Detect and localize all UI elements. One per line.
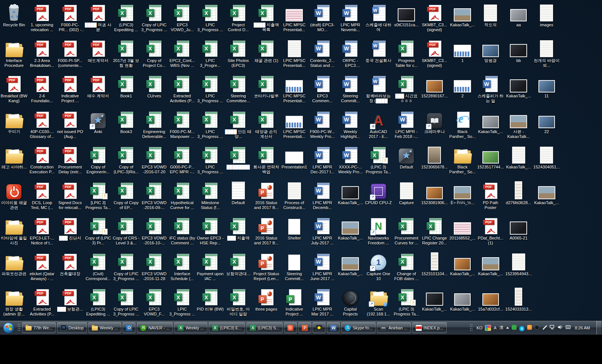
desktop-icon[interactable]: s0tCI151ca... (392, 2, 421, 37)
desktop-icon[interactable]: P2016 Status and 2017 B... (252, 179, 281, 215)
desktop-icon[interactable]: X████ 만든 태양... (224, 108, 252, 144)
desktop-icon[interactable]: PDF███ 진단서 (56, 215, 84, 250)
desktop-icon[interactable]: 1523517744... (477, 144, 505, 179)
desktop-icon[interactable]: 1523954943... (505, 250, 533, 286)
desktop-icon[interactable]: X채굴 관련 (1) (252, 37, 281, 73)
desktop-icon[interactable]: KakaoTalk_... (505, 73, 533, 108)
taskbar-button[interactable]: Weekly ... (88, 322, 121, 333)
desktop-icon[interactable]: WLPIC MPR Mar 2017 ... (309, 286, 337, 322)
desktop-icon[interactable]: WLPIC MPR June-2017 ... (309, 250, 337, 286)
desktop-icon[interactable]: XCopy of (LPIC-3)Ris... (112, 144, 140, 179)
tray-pen-input[interactable] (542, 325, 547, 331)
desktop-icon[interactable]: PDFPD Path Poster (477, 179, 505, 215)
desktop-icon[interactable]: Process of Constructi... (280, 179, 309, 215)
desktop-icon[interactable]: XG000-PC-P... EPC MPR -... (168, 144, 196, 179)
desktop-icon[interactable]: X코타키나발루 (252, 73, 281, 108)
desktop-icon[interactable]: 1 (448, 37, 477, 73)
desktop-icon[interactable]: X(LPIC3) Expediting ... (112, 2, 140, 37)
desktop-icon[interactable]: 꾸미기 (0, 108, 28, 144)
desktop-icon[interactable]: Capital Projects (336, 286, 365, 322)
desktop-icon[interactable]: PDFConstruction Execution P... (28, 144, 56, 179)
desktop-icon[interactable]: PDF1. upcoming relocation ... (28, 2, 56, 37)
desktop-icon[interactable]: X보험약관대... (224, 250, 252, 286)
desktop-icon[interactable]: KakaoTalk_... (533, 179, 561, 215)
desktop-icon[interactable]: XHypothetical Cureve for ... (168, 179, 196, 215)
desktop-icon[interactable]: 사본 -KakaoTalk... (505, 108, 533, 144)
desktop-icon[interactable]: XCopy of Project Co... (140, 37, 169, 73)
desktop-icon[interactable]: XLPIC Change Register 20... (421, 215, 449, 250)
desktop-icon[interactable]: X!Copy of (LPIC 3) Pr... (84, 215, 112, 250)
desktop-icon[interactable]: XEPC3 VOWD -2016-09-... (140, 179, 169, 215)
desktop[interactable]: Recycle BinPDF1. upcoming relocation ...… (0, 0, 602, 320)
desktop-icon[interactable]: XProcurement Curves for ... (392, 215, 421, 250)
desktop-icon[interactable]: KakaoTalk_... (477, 108, 505, 144)
desktop-icon[interactable]: XEPC3 VOWD_Ju... (168, 2, 196, 37)
desktop-icon[interactable]: LPIC MPSC Presentati... (280, 108, 309, 144)
desktop-icon[interactable]: XSteering Committee... (224, 73, 252, 108)
ime-icon[interactable] (485, 325, 491, 331)
desktop-icon[interactable]: WWeekly Highlight... (336, 108, 365, 144)
taskbar-button[interactable]: Anirban ... (377, 322, 410, 333)
desktop-icon[interactable]: 1524033313... (505, 286, 533, 322)
desktop-icon[interactable]: W스케줄에 대하여 (365, 2, 393, 37)
desktop-icon[interactable]: XCopy of LPIC 3_Progress ... (112, 250, 140, 286)
desktop-icon[interactable]: A↗AutoCAD 2017 - E... (365, 108, 393, 144)
taskbar-button[interactable]: P (298, 322, 311, 333)
desktop-icon[interactable]: PDFF000-PI-SP... (commente... (56, 37, 84, 73)
desktop-icon[interactable]: PDFDCS, Loop Test, MC (... (28, 179, 56, 215)
desktop-icon[interactable]: WLPIC MPR Decemb... (309, 179, 337, 215)
desktop-icon[interactable]: 15a7d032cf... (477, 286, 505, 322)
desktop-icon[interactable]: XCopy of Copy of EP... (112, 179, 140, 215)
desktop-icon[interactable]: WSteering Committ... (336, 73, 365, 108)
desktop-icon[interactable]: XPayment upon IAC ... (196, 250, 225, 286)
taskbar-button[interactable]: NNAVER - ... (137, 322, 173, 333)
desktop-icon[interactable]: PDFProcurement Delay (extr... (56, 144, 84, 179)
desktop-icon[interactable]: 1↗Capture One 10 (365, 250, 393, 286)
taskbar-button[interactable]: SSkype fo... (341, 322, 375, 333)
desktop-icon[interactable]: X!(LPIC 3) Progress Ta... (392, 286, 421, 322)
desktop-icon[interactable]: X비밀번호, 아이디 일람 (224, 286, 252, 322)
desktop-icon[interactable]: Black Panther_ So... (448, 144, 477, 179)
taskbar-button[interactable]: XWeekly ... (174, 322, 207, 333)
desktop-icon[interactable]: Recycle Bin (0, 2, 28, 37)
language-indicator[interactable]: KO (476, 326, 482, 330)
desktop-icon[interactable]: 레고 사야하... (0, 144, 28, 179)
desktop-icon[interactable]: 현장 생활 (admin 문... (0, 286, 28, 322)
desktop-icon[interactable]: È÷·Î¼¼_½... (448, 179, 477, 215)
desktop-icon[interactable]: 천개의 바람이되... (533, 37, 561, 73)
desktop-icon[interactable]: WLPIC MPR - Feb 2018 -... (392, 108, 421, 144)
desktop-icon[interactable]: XEPC3 VOWD -2016-11-28 (140, 250, 169, 286)
desktop-icon[interactable]: 2 (448, 73, 477, 108)
desktop-icon[interactable]: WLPIC MPR Dec-2017 I... (309, 144, 337, 179)
desktop-icon[interactable]: PDF매도계약서 (84, 37, 112, 73)
desktop-icon[interactable]: LPIC MPSC Presentati... (280, 37, 309, 73)
desktop-icon[interactable]: KakaoTalk_... (448, 2, 477, 37)
desktop-icon[interactable]: 22 (533, 108, 561, 144)
desktop-icon[interactable]: X![LPIC 3] Progress Ta... (84, 179, 112, 215)
desktop-icon[interactable]: W함께바라보는 창 (████ (365, 73, 393, 108)
ime-latin-toggle[interactable]: A (494, 326, 496, 330)
desktop-icon[interactable]: XLPIC 3_Progress ... (196, 73, 225, 108)
desktop-icon[interactable]: PIndicative Project ... (280, 286, 309, 322)
desktop-icon[interactable]: X███ 지출액 (224, 215, 252, 250)
desktop-icon[interactable]: WXXXX-PC-... Weekly Pro... (336, 144, 365, 179)
desktop-icon[interactable]: XLPIC 3_Progre... (196, 37, 225, 73)
desktop-icon[interactable]: XProject Control D... (224, 2, 252, 37)
desktop-icon[interactable]: ↗크레마루나 (421, 108, 449, 144)
desktop-icon[interactable]: PDF2-6 Foundatio... (28, 73, 56, 108)
tray-volume[interactable] (558, 325, 563, 331)
desktop-icon[interactable]: XEPC3 VOWD -2016-10-... (140, 215, 169, 250)
desktop-icon[interactable]: 11 (533, 73, 561, 108)
desktop-icon[interactable]: X████ 지출액 목록 (252, 2, 281, 37)
desktop-icon[interactable]: 1524304051... (533, 144, 561, 179)
desktop-icon[interactable]: ★★↗Anki (84, 108, 112, 144)
desktop-icon[interactable]: PDF매수 계약서 (84, 73, 112, 108)
taskbar-button[interactable]: 77th We... (22, 322, 56, 333)
ime-hanja-toggle[interactable]: 漢 (499, 325, 503, 331)
desktop-icon[interactable]: XF000-PC-M... Manpower ... (168, 108, 196, 144)
desktop-icon[interactable]: Presentation1 (280, 144, 309, 179)
desktop-icon[interactable]: XBook3 (112, 108, 140, 144)
desktop-icon[interactable]: P2016 Status and 2017 B... (252, 215, 281, 250)
desktop-icon[interactable]: WF900-PC-W... Weekly Pro... (309, 108, 337, 144)
desktop-icon[interactable]: W스케줄러가 하는 일 (477, 73, 505, 108)
